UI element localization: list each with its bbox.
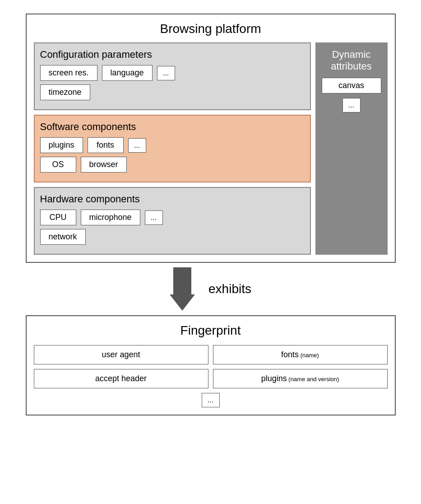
hardware-components-section: Hardware components CPU microphone ... n…	[34, 187, 311, 255]
os-item: OS	[40, 157, 76, 173]
fonts-fp-item: fonts (name)	[213, 345, 388, 364]
hardware-ellipsis: ...	[145, 210, 163, 225]
exhibits-arrow	[170, 267, 195, 311]
left-column: Configuration parameters screen res. lan…	[34, 42, 311, 255]
fingerprint-box: Fingerprint user agent fonts (name) acce…	[26, 315, 396, 415]
language-item: language	[102, 65, 153, 81]
fonts-item: fonts	[88, 137, 124, 153]
exhibits-label: exhibits	[208, 282, 251, 296]
timezone-item: timezone	[40, 84, 90, 100]
network-item: network	[40, 229, 86, 245]
hardware-row1: CPU microphone ...	[40, 210, 305, 225]
plugins-fp-item: plugins (name and version)	[213, 369, 388, 388]
fingerprint-title: Fingerprint	[34, 323, 388, 338]
software-row1: plugins fonts ...	[40, 137, 305, 153]
dynamic-ellipsis: ...	[342, 98, 361, 112]
hardware-components-title: Hardware components	[40, 193, 305, 205]
software-components-title: Software components	[40, 121, 305, 133]
fingerprint-ellipsis-row: ...	[34, 393, 388, 407]
config-row1: screen res. language ...	[40, 65, 305, 81]
config-params-section: Configuration parameters screen res. lan…	[34, 42, 311, 110]
accept-header-item: accept header	[34, 369, 208, 388]
plugins-item: plugins	[40, 137, 83, 153]
arrow-shaft	[173, 267, 191, 294]
config-ellipsis: ...	[157, 66, 175, 80]
browsing-platform-box: Browsing platform Configuration paramete…	[26, 14, 396, 263]
software-row2: OS browser	[40, 157, 305, 173]
dynamic-attributes-title: Dynamic attributes	[322, 49, 381, 72]
platform-inner: Configuration parameters screen res. lan…	[34, 42, 388, 255]
config-params-title: Configuration parameters	[40, 49, 305, 61]
software-ellipsis: ...	[128, 138, 146, 153]
user-agent-item: user agent	[34, 345, 208, 364]
canvas-item: canvas	[322, 78, 381, 93]
screen-res-item: screen res.	[40, 65, 97, 81]
browsing-platform-title: Browsing platform	[34, 22, 388, 36]
dynamic-attributes-section: Dynamic attributes canvas ...	[315, 42, 388, 255]
browser-item: browser	[81, 157, 127, 173]
cpu-item: CPU	[40, 210, 76, 225]
arrow-head	[170, 294, 195, 311]
fingerprint-ellipsis: ...	[202, 393, 220, 407]
microphone-item: microphone	[81, 210, 140, 225]
fingerprint-grid: user agent fonts (name) accept header pl…	[34, 345, 388, 388]
config-row2: timezone	[40, 84, 305, 100]
software-components-section: Software components plugins fonts ... OS…	[34, 115, 311, 182]
arrow-area: exhibits	[26, 267, 396, 311]
hardware-row2: network	[40, 229, 305, 245]
